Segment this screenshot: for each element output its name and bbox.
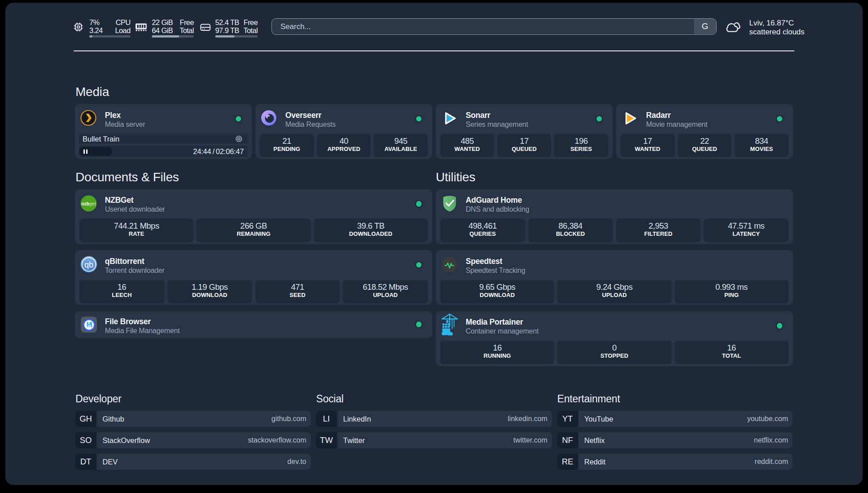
svg-text:qb: qb (84, 260, 93, 269)
svg-text:nzbget: nzbget (81, 201, 96, 206)
